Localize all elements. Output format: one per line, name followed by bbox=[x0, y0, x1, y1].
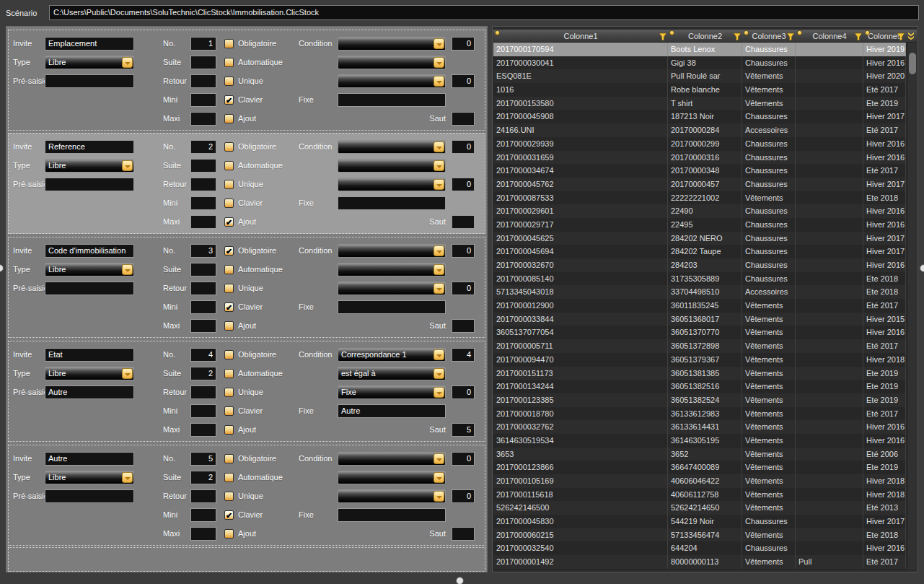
chevron-down-icon[interactable] bbox=[122, 472, 133, 483]
saut-input[interactable]: 5 bbox=[452, 423, 475, 437]
table-row[interactable]: 2017000045908 187213 Noir Chaussures Hiv… bbox=[493, 110, 906, 123]
mini-input[interactable] bbox=[190, 196, 216, 210]
condition-dropdown[interactable] bbox=[338, 452, 446, 466]
filter-icon[interactable] bbox=[786, 32, 795, 41]
table-row[interactable]: 2017000030041 Gigi 38 Chaussures Hiver 2… bbox=[493, 56, 906, 70]
table-row[interactable]: 2017000032670 284203 Chaussures Hiver 20… bbox=[493, 258, 906, 272]
invite-input[interactable]: Code d'immobilisation bbox=[45, 244, 134, 258]
invite-input[interactable]: Etat bbox=[45, 348, 134, 362]
automatique-checkbox[interactable] bbox=[224, 265, 234, 274]
condition-dropdown[interactable]: Correspondance 1 bbox=[338, 348, 446, 362]
suite-input[interactable]: 2 bbox=[190, 367, 216, 380]
table-row[interactable]: 2017000029601 22490 Chaussures Hiver 201… bbox=[493, 204, 906, 218]
fixe-input[interactable] bbox=[338, 196, 446, 210]
obligatoire-checkbox[interactable] bbox=[224, 454, 234, 463]
source-count-input[interactable]: 0 bbox=[452, 385, 475, 399]
ajout-checkbox[interactable] bbox=[224, 114, 234, 123]
table-row[interactable]: 2017000001492 80000000113 Vêtements Pull… bbox=[493, 555, 906, 569]
fixe-input[interactable] bbox=[338, 93, 446, 107]
suite-input[interactable] bbox=[190, 56, 216, 69]
obligatoire-checkbox[interactable] bbox=[224, 350, 234, 359]
table-row[interactable]: 2017000115618 40606112758 Vêtements Hive… bbox=[493, 488, 906, 502]
table-row[interactable]: 2017000029939 20170000299 Chaussures Hiv… bbox=[493, 137, 906, 151]
retour-input[interactable] bbox=[190, 282, 216, 295]
obligatoire-checkbox[interactable] bbox=[224, 39, 234, 48]
unique-checkbox[interactable] bbox=[224, 284, 234, 293]
maxi-input[interactable] bbox=[190, 215, 216, 229]
table-row[interactable]: 5713345043018 33704498510 Accessoires Et… bbox=[493, 285, 906, 299]
source-dropdown[interactable] bbox=[338, 282, 446, 295]
unique-checkbox[interactable] bbox=[224, 492, 234, 501]
chevron-down-icon[interactable] bbox=[434, 349, 444, 360]
table-row[interactable]: 2017000031659 20170000316 Chaussures Hiv… bbox=[493, 151, 906, 165]
maxi-input[interactable] bbox=[190, 423, 216, 437]
clavier-checkbox[interactable] bbox=[224, 199, 234, 208]
source-dropdown[interactable] bbox=[338, 489, 446, 503]
table-row[interactable]: ESQ081E Pull Roulé sar Vêtements Hiver 2… bbox=[493, 69, 906, 83]
retour-input[interactable] bbox=[190, 385, 216, 399]
saut-input[interactable] bbox=[452, 112, 475, 126]
saut-input[interactable] bbox=[452, 527, 475, 541]
chevron-down-icon[interactable] bbox=[434, 283, 444, 294]
source-count-input[interactable]: 0 bbox=[452, 489, 475, 503]
chevron-down-icon[interactable] bbox=[434, 453, 444, 464]
column-header-colonne4[interactable]: Colonne4 bbox=[796, 30, 863, 42]
scenario-step-block[interactable]: Invite Emplacement Type Libre Pré-saisie… bbox=[8, 30, 485, 131]
chevron-down-icon[interactable] bbox=[434, 38, 444, 49]
source-count-input[interactable]: 0 bbox=[452, 74, 475, 88]
left-splitter-handle[interactable] bbox=[0, 264, 4, 272]
table-row[interactable]: 2017000029717 22495 Chaussures Hiver 201… bbox=[493, 218, 906, 232]
condition-count-input[interactable]: 0 bbox=[452, 140, 475, 154]
table-row[interactable]: 24166.UNI 20170000284 Accessoires Eté 20… bbox=[493, 123, 906, 137]
table-row[interactable]: 2017000045830 544219 Noir Chaussures Hiv… bbox=[493, 515, 906, 528]
type-dropdown[interactable]: Libre bbox=[45, 367, 134, 380]
operator-dropdown[interactable] bbox=[338, 471, 446, 484]
no-input[interactable]: 2 bbox=[190, 140, 216, 154]
chevron-down-icon[interactable] bbox=[122, 368, 133, 379]
table-row[interactable]: 2017000012900 36011835245 Vêtements Eté … bbox=[493, 299, 906, 313]
operator-dropdown[interactable]: est égal à bbox=[338, 367, 446, 380]
mini-input[interactable] bbox=[190, 404, 216, 418]
empty-step-block[interactable] bbox=[8, 547, 485, 572]
table-row[interactable]: 2017000151173 36051381385 Vêtements Ete … bbox=[493, 367, 906, 380]
condition-count-input[interactable]: 0 bbox=[452, 244, 475, 258]
presaisie-input[interactable] bbox=[45, 489, 134, 503]
table-row[interactable]: 2017000018780 36133612983 Vêtements Eté … bbox=[493, 407, 906, 421]
ajout-checkbox[interactable] bbox=[224, 425, 234, 435]
table-row[interactable]: 2017000105169 40606046422 Vêtements Hive… bbox=[493, 474, 906, 488]
table-row[interactable]: 2017000134244 36051382516 Vêtements Ete … bbox=[493, 380, 906, 393]
no-input[interactable]: 3 bbox=[190, 244, 216, 258]
table-row[interactable]: 1016 Robe blanche Vêtements Eté 2017 bbox=[493, 83, 906, 97]
clavier-checkbox[interactable] bbox=[224, 406, 234, 416]
automatique-checkbox[interactable] bbox=[224, 473, 234, 482]
table-row[interactable]: 2017000123385 36051382524 Vêtements Ete … bbox=[493, 393, 906, 407]
invite-input[interactable]: Reference bbox=[45, 140, 134, 154]
table-row[interactable]: 2017000087533 22222221002 Vêtements Ete … bbox=[493, 191, 906, 205]
operator-dropdown[interactable] bbox=[338, 56, 446, 69]
filter-icon[interactable] bbox=[659, 32, 667, 41]
presaisie-input[interactable] bbox=[45, 282, 134, 295]
condition-count-input[interactable]: 0 bbox=[452, 452, 475, 466]
table-row[interactable]: 2017000032540 644204 Chaussures Hiver 20… bbox=[493, 541, 906, 555]
table-row[interactable]: 2017000034674 20170000348 Chaussures Eté… bbox=[493, 164, 906, 178]
maxi-input[interactable] bbox=[190, 527, 216, 541]
table-row[interactable]: 3653 3652 Vêtements Eté 2006 bbox=[493, 448, 906, 461]
clavier-checkbox[interactable]: ✔ bbox=[224, 510, 234, 520]
table-row[interactable]: 3605137077054 36051370770 Vêtements Hive… bbox=[493, 326, 906, 339]
chevron-down-icon[interactable] bbox=[434, 472, 444, 483]
fixe-input[interactable] bbox=[338, 300, 446, 314]
chevron-down-icon[interactable] bbox=[434, 160, 444, 171]
chevron-down-icon[interactable] bbox=[122, 160, 133, 171]
chevron-down-icon[interactable] bbox=[434, 141, 444, 152]
table-row[interactable]: 2017000005711 36051372898 Vêtements Eté … bbox=[493, 339, 906, 353]
maxi-input[interactable] bbox=[190, 112, 216, 126]
table-row[interactable]: 2017000094470 36051379367 Vêtements Hive… bbox=[493, 353, 906, 367]
mini-input[interactable] bbox=[190, 93, 216, 107]
filter-icon[interactable] bbox=[897, 32, 905, 41]
type-dropdown[interactable]: Libre bbox=[45, 56, 134, 69]
table-row[interactable]: 2017000032762 36133614431 Vêtements Hive… bbox=[493, 420, 906, 434]
mini-input[interactable] bbox=[190, 300, 216, 314]
condition-dropdown[interactable] bbox=[338, 140, 446, 154]
column-header-colonne5[interactable]: Colonne5 bbox=[863, 30, 906, 42]
obligatoire-checkbox[interactable]: ✔ bbox=[224, 246, 234, 256]
